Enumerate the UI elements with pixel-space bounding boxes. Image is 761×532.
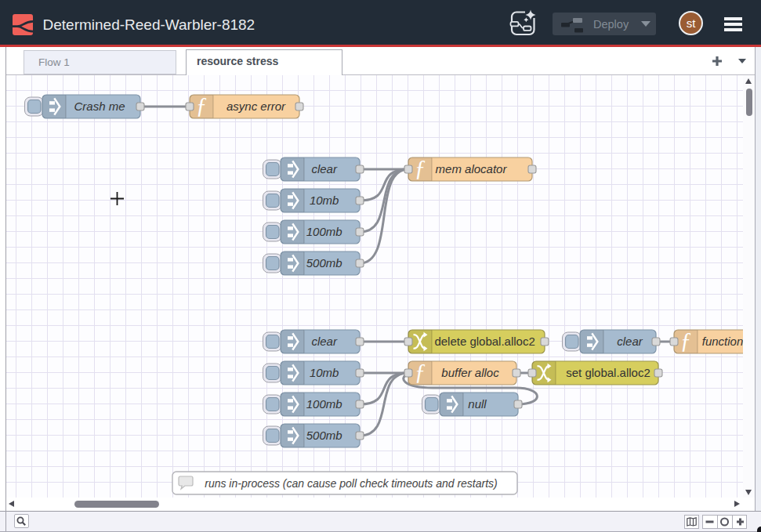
svg-text:set global.alloc2: set global.alloc2 xyxy=(566,366,650,379)
svg-text:async error: async error xyxy=(226,100,286,113)
svg-text:10mb: 10mb xyxy=(310,366,339,379)
svg-text:clear: clear xyxy=(311,162,338,176)
svg-text:null: null xyxy=(468,397,487,411)
svg-text:ƒ: ƒ xyxy=(415,155,426,180)
svg-text:function: function xyxy=(702,335,743,348)
svg-text:clear: clear xyxy=(311,335,338,348)
svg-text:ƒ: ƒ xyxy=(415,359,426,384)
svg-text:clear: clear xyxy=(617,335,643,348)
svg-text:mem alocator: mem alocator xyxy=(436,162,508,176)
svg-text:buffer alloc: buffer alloc xyxy=(441,366,499,379)
svg-text:100mb: 100mb xyxy=(306,225,342,238)
svg-text:ƒ: ƒ xyxy=(680,328,692,353)
svg-text:100mb: 100mb xyxy=(306,397,342,411)
svg-text:10mb: 10mb xyxy=(310,194,339,207)
svg-text:500mb: 500mb xyxy=(306,429,342,442)
svg-text:delete global.alloc2: delete global.alloc2 xyxy=(434,335,535,348)
svg-text:runs in-process (can cause pol: runs in-process (can cause poll check ti… xyxy=(205,477,498,490)
svg-text:500mb: 500mb xyxy=(306,256,342,270)
svg-text:ƒ: ƒ xyxy=(196,92,208,118)
svg-text:Crash me: Crash me xyxy=(74,100,125,113)
